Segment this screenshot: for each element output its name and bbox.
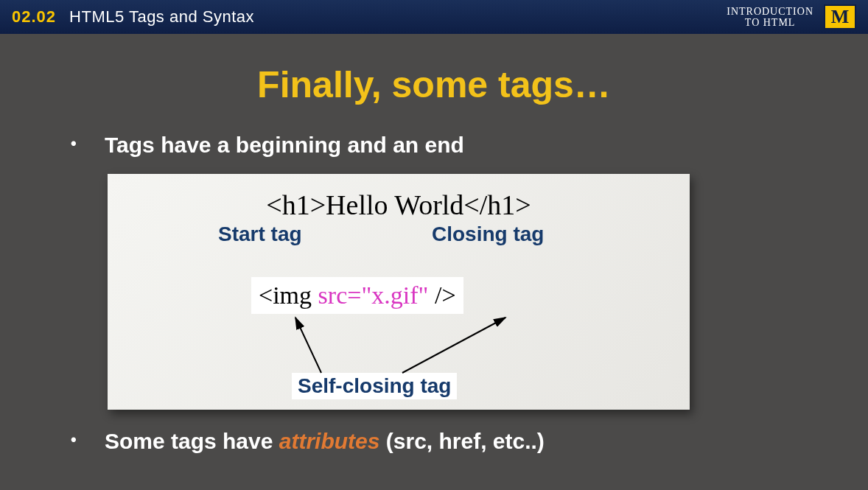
bullet-list: Tags have a beginning and an end xyxy=(71,133,827,158)
bullet-2: Some tags have attributes (src, href, et… xyxy=(71,429,827,454)
course-name: INTRODUCTION TO HTML xyxy=(727,6,813,28)
code-example-1: <h1>Hello World</h1> xyxy=(108,189,690,221)
closing-tag-label: Closing tag xyxy=(432,223,544,246)
start-tag-label: Start tag xyxy=(218,223,302,246)
lecture-title: HTML5 Tags and Syntax xyxy=(69,7,254,27)
bullet-1: Tags have a beginning and an end xyxy=(71,133,827,158)
code-example-2: <img src="x.gif" /> xyxy=(251,277,463,314)
top-bar: 02.02 HTML5 Tags and Syntax INTRODUCTION… xyxy=(0,0,868,34)
michigan-logo-icon: M xyxy=(824,4,856,29)
self-closing-label: Self-closing tag xyxy=(292,373,457,399)
tag-diagram: <h1>Hello World</h1> Start tag Closing t… xyxy=(108,174,690,410)
slide-number: 02.02 xyxy=(12,7,56,27)
attributes-word: attributes xyxy=(279,429,380,453)
slide-content: Finally, some tags… Tags have a beginnin… xyxy=(0,34,868,454)
svg-line-1 xyxy=(402,318,505,373)
svg-line-0 xyxy=(295,318,321,373)
attribute-highlight: src="x.gif" xyxy=(318,281,429,309)
bullet-list-2: Some tags have attributes (src, href, et… xyxy=(71,429,827,454)
slide-heading: Finally, some tags… xyxy=(41,63,827,106)
slide: 02.02 HTML5 Tags and Syntax INTRODUCTION… xyxy=(0,0,868,490)
